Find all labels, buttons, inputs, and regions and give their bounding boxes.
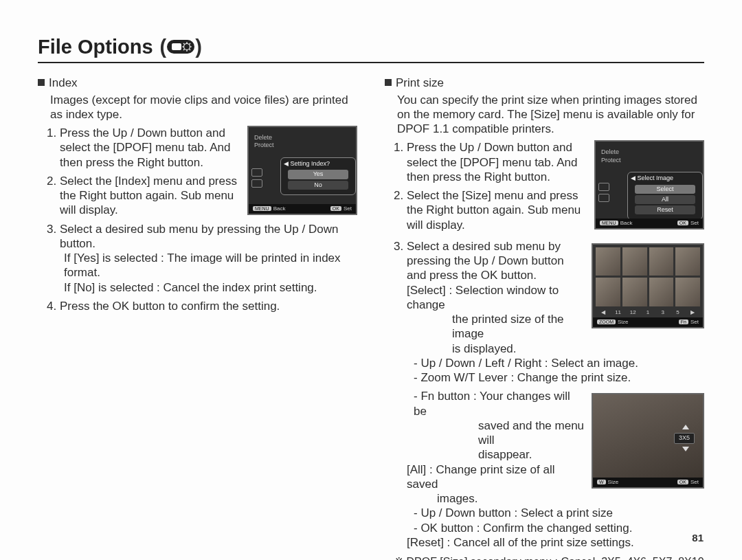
set-label: Set	[344, 205, 352, 212]
dash-zoom: - Zoom W/T Lever : Change the print size…	[414, 370, 704, 385]
menu-item-delete: Delete	[254, 134, 284, 142]
print-size-intro: You can specify the print size when prin…	[397, 93, 704, 137]
back-label: Back	[273, 205, 286, 212]
left-column: Index Images (except for movie clips and…	[38, 76, 357, 560]
set-label: Set	[690, 319, 699, 325]
option-yes[interactable]: Yes	[288, 170, 348, 179]
thumbnail[interactable]	[649, 247, 674, 276]
right-column: Print size You can specify the print siz…	[385, 76, 704, 560]
paren-close: )	[195, 34, 202, 59]
thumbnail[interactable]	[675, 247, 700, 276]
svg-rect-1	[172, 43, 181, 50]
step-3: Select a desired sub menu by pressing th…	[60, 222, 357, 295]
camera-screen-size-menu: Delete Protect ◀ Select Image Select All…	[594, 140, 704, 229]
fn-key: Fn	[679, 320, 688, 324]
thumbnail[interactable]	[675, 278, 700, 306]
option-select[interactable]: Select	[635, 185, 695, 194]
size-label: Size	[618, 319, 629, 325]
reset-label: [Reset] : Cancel all of the print size s…	[407, 535, 704, 550]
dash-updownleftright: - Up / Down / Left / Right : Select an i…	[414, 356, 704, 370]
option-no[interactable]: No	[288, 181, 348, 190]
menu-item-delete: Delete	[601, 148, 631, 156]
thumbnail[interactable]	[622, 278, 647, 306]
page-number: 81	[692, 532, 704, 545]
arrow-up-icon[interactable]	[682, 425, 689, 429]
section-title-print-size: Print size	[396, 76, 444, 90]
ok-key: OK	[677, 221, 688, 225]
menu-item-protect: Protect	[601, 157, 631, 164]
section-title-index: Index	[49, 76, 78, 90]
ok-key: OK	[677, 480, 688, 484]
thumb-num: 1	[640, 309, 655, 317]
set-label: Set	[690, 220, 699, 226]
dash-updown: - Up / Down button : Select a print size	[414, 506, 704, 520]
set-label: Set	[690, 479, 699, 485]
thumbnail[interactable]	[649, 278, 674, 306]
size-badge: 3X5	[674, 433, 695, 443]
thumbnail[interactable]	[622, 247, 647, 276]
secondary-menu-text: DPOF [Size] secondary menu : Cancel, 3X5…	[406, 556, 704, 560]
reference-mark-icon: ※	[394, 556, 403, 560]
option-reset[interactable]: Reset	[635, 205, 695, 214]
arrow-down-icon[interactable]	[682, 447, 689, 451]
ok-key: OK	[330, 206, 341, 211]
popup-title: ◀ Setting Index?	[284, 160, 352, 168]
title-icon-group: ( )	[160, 34, 202, 59]
dash-ok: - OK button : Confirm the changed settin…	[414, 521, 704, 535]
all-line2: images.	[437, 491, 704, 506]
file-options-icon	[166, 38, 195, 56]
thumb-num: 12	[625, 309, 640, 317]
option-all[interactable]: All	[635, 195, 695, 204]
menu-item-protect: Protect	[254, 142, 284, 149]
thumbnail[interactable]	[596, 278, 620, 306]
index-intro: Images (except for movie clips and voice…	[50, 93, 357, 122]
back-label: Back	[620, 220, 633, 226]
thumb-num: 3	[655, 309, 671, 317]
page-title-row: File Options ( )	[38, 34, 704, 63]
zoom-key: ZOOM	[597, 320, 616, 324]
step-3-yes: If [Yes] is selected : The image will be…	[64, 251, 357, 280]
select-line3: is displayed.	[452, 341, 704, 356]
secondary-menu-line: ※ DPOF [Size] secondary menu : Cancel, 3…	[394, 555, 704, 560]
popup-title: ◀ Select Image	[631, 175, 699, 182]
popup-setting-index: ◀ Setting Index? Yes No	[280, 157, 356, 195]
menu-key: MENU	[600, 221, 618, 225]
square-bullet-icon	[385, 79, 392, 86]
camera-screen-thumbnails: ◀ 11 12 1 3 5 ▶ ZOOMSize FnSet	[592, 243, 704, 328]
thumb-num: 11	[611, 309, 626, 317]
page-title: File Options	[38, 34, 153, 59]
size-label: Size	[608, 479, 619, 485]
w-key: W	[597, 480, 606, 484]
step-4: Press the OK button to confirm the setti…	[60, 299, 357, 313]
square-bullet-icon	[38, 79, 45, 86]
popup-select-image: ◀ Select Image Select All Reset	[627, 172, 703, 220]
camera-screen-index: Delete Protect ◀ Setting Index? Yes No M…	[247, 126, 357, 215]
thumb-num: 5	[671, 309, 686, 317]
menu-key: MENU	[253, 206, 271, 211]
paren-open: (	[160, 34, 167, 59]
thumbnail[interactable]	[596, 247, 620, 276]
step-3-no: If [No] is selected : Cancel the index p…	[64, 280, 357, 295]
camera-screen-preview: 3X5 WSize OKSet	[592, 393, 704, 489]
